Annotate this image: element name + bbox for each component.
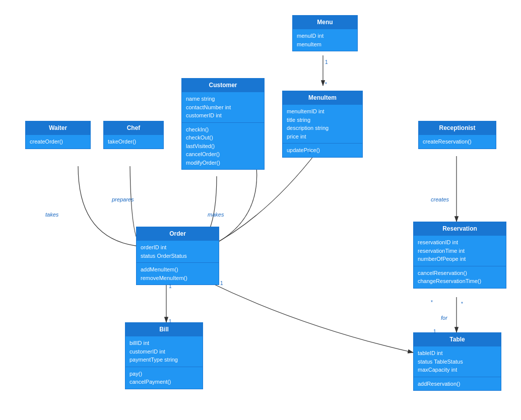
order-class: Order orderID int status OrderStatus add… xyxy=(136,227,219,285)
menu-class: Menu menuID int menuItem xyxy=(292,15,358,51)
reservation-header: Reservation xyxy=(414,222,506,235)
order-header: Order xyxy=(137,227,219,240)
receptionist-methods: createReservation() xyxy=(419,134,496,149)
customer-methods: checkIn() checkOut() lastVisited() cance… xyxy=(182,122,264,170)
prepares-label: prepares xyxy=(112,196,134,202)
reservation-attributes: reservationID int reservationTime int nu… xyxy=(414,235,506,266)
table-methods: addReservation() xyxy=(414,377,501,391)
takes-label: takes xyxy=(45,212,58,218)
creates-label: creates xyxy=(431,196,449,202)
mult-order-bill-1b: 1 xyxy=(169,319,172,324)
mult-menuitem-star: * xyxy=(309,151,311,157)
waiter-header: Waiter xyxy=(26,121,90,134)
chef-methods: takeOrder() xyxy=(104,134,163,149)
receptionist-class: Receptionist createReservation() xyxy=(418,121,496,149)
mult-order-table-1: 1 xyxy=(220,281,223,286)
menuitem-class: MenuItem menuItemID int title string des… xyxy=(282,91,363,158)
uml-diagram: Menu menuID int menuItem MenuItem menuIt… xyxy=(0,0,521,420)
reservation-class: Reservation reservationID int reservatio… xyxy=(413,222,506,289)
table-header: Table xyxy=(414,333,501,346)
for-label: for xyxy=(441,315,447,321)
waiter-methods: createOrder() xyxy=(26,134,90,149)
waiter-class: Waiter createOrder() xyxy=(25,121,91,149)
table-attributes: tableID int status TableStatus maxCapaci… xyxy=(414,346,501,377)
chef-header: Chef xyxy=(104,121,163,134)
reservation-methods: cancelReservation() changeReservationTim… xyxy=(414,266,506,288)
mult-reservation-star: * xyxy=(431,300,433,305)
menuitem-attributes: menuItemID int title string description … xyxy=(283,104,362,143)
chef-class: Chef takeOrder() xyxy=(103,121,164,149)
order-attributes: orderID int status OrderStatus xyxy=(137,240,219,262)
mult-table-star: * xyxy=(461,301,463,307)
menu-attributes: menuID int menuItem xyxy=(293,29,357,51)
customer-header: Customer xyxy=(182,79,264,92)
receptionist-header: Receptionist xyxy=(419,121,496,134)
order-methods: addMenuItem() removeMenuItem() xyxy=(137,262,219,285)
menuitem-header: MenuItem xyxy=(283,91,362,104)
table-class: Table tableID int status TableStatus max… xyxy=(413,332,501,391)
mult-menu-1: 1 xyxy=(325,59,328,65)
makes-label: makes xyxy=(208,212,224,218)
mult-order-bill-1a: 1 xyxy=(169,284,172,289)
menuitem-methods: updatePrice() xyxy=(283,143,362,157)
customer-attributes: name string contactNumber int customerID… xyxy=(182,92,264,122)
bill-header: Bill xyxy=(125,323,203,336)
mult-table-1: 1 xyxy=(433,329,436,334)
bill-class: Bill billID int customerID int paymentTy… xyxy=(125,322,203,389)
customer-class: Customer name string contactNumber int c… xyxy=(181,78,265,170)
bill-methods: pay() cancelPayment() xyxy=(125,367,203,389)
bill-attributes: billID int customerID int paymentType st… xyxy=(125,336,203,367)
mult-menu-star: * xyxy=(325,82,327,87)
menu-header: Menu xyxy=(293,16,357,29)
